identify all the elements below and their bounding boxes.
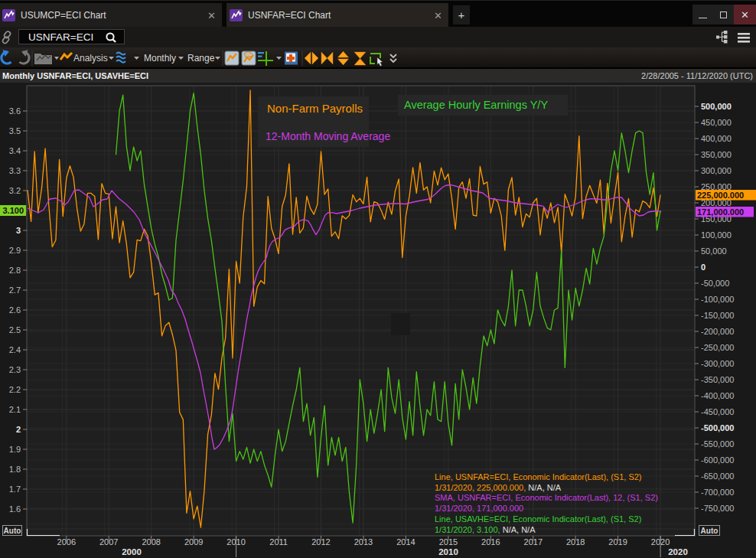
svg-text:3.100: 3.100 bbox=[2, 206, 24, 215]
svg-text:300,000: 300,000 bbox=[701, 166, 732, 175]
svg-text:12-Month Moving Average: 12-Month Moving Average bbox=[266, 130, 390, 142]
svg-text:SMA, USNFAR=ECI, Economic Indi: SMA, USNFAR=ECI, Economic Indicator(Last… bbox=[435, 493, 658, 502]
svg-text:3.4: 3.4 bbox=[9, 146, 21, 155]
svg-text:3.6: 3.6 bbox=[9, 106, 21, 116]
svg-text:-600,000: -600,000 bbox=[701, 455, 734, 465]
svg-text:100,000: 100,000 bbox=[701, 230, 732, 240]
svg-text:2017: 2017 bbox=[524, 537, 543, 547]
svg-text:-500,000: -500,000 bbox=[701, 423, 734, 432]
svg-text:2010: 2010 bbox=[438, 547, 458, 556]
svg-text:-750,000: -750,000 bbox=[701, 504, 734, 513]
svg-text:2019: 2019 bbox=[608, 537, 627, 547]
svg-text:2.8: 2.8 bbox=[9, 266, 21, 275]
svg-text:2015: 2015 bbox=[439, 537, 458, 547]
svg-text:-250,000: -250,000 bbox=[701, 343, 734, 352]
svg-text:1.6: 1.6 bbox=[9, 504, 21, 514]
svg-text:2.9: 2.9 bbox=[9, 246, 21, 255]
svg-text:Auto: Auto bbox=[701, 527, 719, 535]
svg-text:500,000: 500,000 bbox=[701, 102, 732, 111]
svg-text:-550,000: -550,000 bbox=[701, 439, 734, 449]
svg-text:2: 2 bbox=[16, 425, 21, 434]
svg-text:2006: 2006 bbox=[57, 537, 76, 547]
svg-text:2.3: 2.3 bbox=[9, 365, 21, 374]
svg-text:-650,000: -650,000 bbox=[701, 472, 734, 481]
svg-text:Line, USAVHE=ECI, Economic Ind: Line, USAVHE=ECI, Economic Indicator(Las… bbox=[435, 514, 641, 524]
svg-text:1.9: 1.9 bbox=[9, 445, 21, 454]
svg-text:1.8: 1.8 bbox=[9, 465, 21, 474]
svg-text:-150,000: -150,000 bbox=[701, 311, 734, 320]
svg-text:350,000: 350,000 bbox=[701, 150, 732, 159]
svg-text:400,000: 400,000 bbox=[701, 134, 732, 143]
svg-text:Analysis: Analysis bbox=[73, 53, 108, 64]
svg-text:2000: 2000 bbox=[122, 547, 142, 556]
svg-text:450,000: 450,000 bbox=[701, 118, 732, 127]
svg-text:Range: Range bbox=[187, 53, 215, 64]
svg-text:Auto: Auto bbox=[4, 527, 21, 535]
svg-text:1/31/2020, 225,000.000, N/A, N: 1/31/2020, 225,000.000, N/A, N/A bbox=[435, 483, 562, 492]
svg-text:Line, USNFAR=ECI, Economic Ind: Line, USNFAR=ECI, Economic Indicator(Las… bbox=[435, 472, 642, 481]
svg-text:2008: 2008 bbox=[142, 537, 160, 547]
svg-text:Average Hourly Earnings Y/Y: Average Hourly Earnings Y/Y bbox=[404, 99, 548, 111]
svg-text:-300,000: -300,000 bbox=[701, 359, 734, 368]
svg-text:3.3: 3.3 bbox=[9, 166, 21, 175]
svg-text:2018: 2018 bbox=[566, 537, 585, 547]
svg-text:-450,000: -450,000 bbox=[701, 407, 734, 416]
svg-text:3.5: 3.5 bbox=[9, 126, 21, 135]
svg-text:1.7: 1.7 bbox=[9, 485, 21, 494]
svg-text:Monthly: Monthly bbox=[144, 53, 176, 64]
svg-text:0: 0 bbox=[701, 263, 705, 272]
svg-text:3.2: 3.2 bbox=[9, 186, 21, 195]
svg-text:2009: 2009 bbox=[184, 537, 203, 547]
svg-text:2.6: 2.6 bbox=[9, 305, 21, 315]
svg-text:2.1: 2.1 bbox=[9, 405, 21, 414]
svg-text:2016: 2016 bbox=[481, 537, 500, 547]
svg-text:2012: 2012 bbox=[311, 537, 330, 547]
svg-text:-700,000: -700,000 bbox=[701, 488, 734, 497]
svg-text:1/31/2020, 3.100, N/A, N/A: 1/31/2020, 3.100, N/A, N/A bbox=[435, 525, 536, 534]
svg-text:-100,000: -100,000 bbox=[701, 295, 734, 304]
svg-text:-400,000: -400,000 bbox=[701, 391, 734, 400]
svg-text:2.4: 2.4 bbox=[9, 345, 21, 354]
svg-text:2013: 2013 bbox=[354, 537, 373, 547]
svg-text:Non-Farm Payrolls: Non-Farm Payrolls bbox=[267, 102, 363, 115]
svg-text:-350,000: -350,000 bbox=[701, 375, 734, 384]
svg-text:225,000.000: 225,000.000 bbox=[697, 191, 744, 200]
svg-text:2.5: 2.5 bbox=[9, 325, 21, 334]
svg-text:-50,000: -50,000 bbox=[701, 279, 729, 288]
svg-text:2020: 2020 bbox=[668, 547, 688, 556]
svg-text:2.7: 2.7 bbox=[9, 286, 21, 295]
svg-text:2011: 2011 bbox=[269, 537, 288, 547]
svg-text:171,000.000: 171,000.000 bbox=[697, 207, 744, 217]
svg-text:2.2: 2.2 bbox=[9, 385, 21, 394]
svg-text:-200,000: -200,000 bbox=[701, 327, 734, 336]
svg-text:3: 3 bbox=[16, 226, 21, 235]
svg-text:50,000: 50,000 bbox=[701, 246, 727, 256]
svg-text:2014: 2014 bbox=[396, 537, 415, 547]
svg-text:1/31/2020, 171,000.000: 1/31/2020, 171,000.000 bbox=[435, 504, 523, 513]
svg-text:2007: 2007 bbox=[99, 537, 118, 547]
